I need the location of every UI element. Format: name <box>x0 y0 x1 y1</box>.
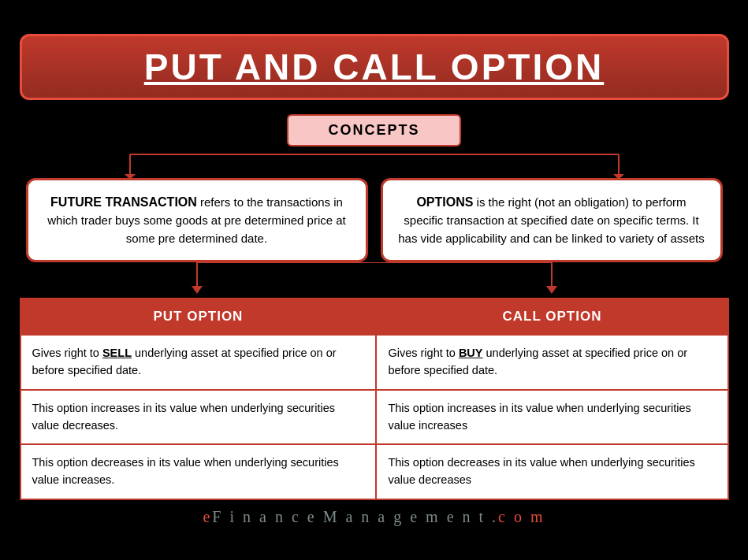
page-title: PUT AND CALL OPTION <box>144 46 604 87</box>
table-cell: This option decreases in its value when … <box>20 444 377 499</box>
svg-marker-9 <box>546 286 557 294</box>
table-row: This option decreases in its value when … <box>20 444 728 499</box>
watermark-rest: F i n a n c e M a n a g e m e n t . <box>212 508 498 525</box>
watermark: eF i n a n c e M a n a g e m e n t .c o … <box>20 508 729 526</box>
main-container: PUT AND CALL OPTION CONCEPTS FUTURE TRAN… <box>12 26 737 534</box>
desc-box-right: OPTIONS is the right (not an obligation)… <box>381 178 723 262</box>
table-cell: This option increases in its value when … <box>376 390 728 445</box>
title-box: PUT AND CALL OPTION <box>20 34 729 100</box>
table-cell: Gives right to SELL underlying asset at … <box>20 335 377 390</box>
table-cell: This option increases in its value when … <box>20 390 377 445</box>
col1-header: PUT OPTION <box>20 299 377 335</box>
table-cell: This option decreases in its value when … <box>376 444 728 499</box>
arrow-lines-svg <box>20 262 729 298</box>
watermark-e: e <box>203 508 212 525</box>
table-cell: Gives right to BUY underlying asset at s… <box>376 335 728 390</box>
desc-right-bold: OPTIONS <box>416 195 473 209</box>
desc-box-left: FUTURE TRANSACTION refers to the transac… <box>26 178 368 262</box>
svg-marker-7 <box>192 286 203 294</box>
desc-left-bold: FUTURE TRANSACTION <box>50 195 197 209</box>
col2-header: CALL OPTION <box>376 299 728 335</box>
concepts-lines-svg <box>20 146 729 178</box>
table-row: Gives right to SELL underlying asset at … <box>20 335 728 390</box>
watermark-com: c o m <box>498 508 545 525</box>
svg-marker-5 <box>613 174 624 178</box>
concepts-row: CONCEPTS <box>20 114 729 178</box>
svg-marker-3 <box>125 174 136 178</box>
table-row: This option increases in its value when … <box>20 390 728 445</box>
concepts-label: CONCEPTS <box>328 122 419 138</box>
concepts-box: CONCEPTS <box>287 114 460 146</box>
desc-row: FUTURE TRANSACTION refers to the transac… <box>20 178 729 262</box>
options-table: PUT OPTION CALL OPTION Gives right to SE… <box>20 298 729 500</box>
